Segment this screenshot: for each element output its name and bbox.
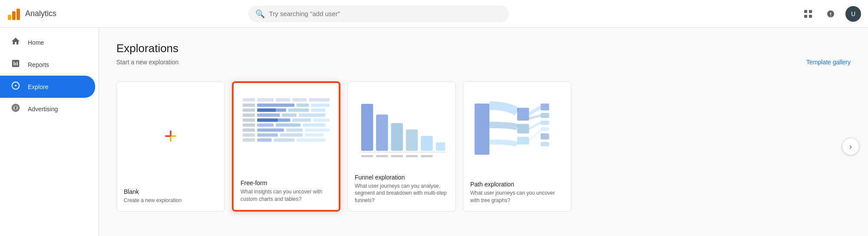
sidebar-item-explore-label: Explore: [28, 83, 48, 90]
blank-card[interactable]: + Blank Create a new exploration: [116, 81, 225, 212]
svg-rect-0: [8, 15, 11, 20]
plus-icon: +: [164, 125, 177, 147]
svg-rect-24: [257, 113, 280, 117]
svg-rect-58: [406, 155, 418, 157]
svg-line-71: [529, 115, 541, 118]
next-button[interactable]: ›: [842, 138, 859, 155]
blank-card-desc: Create a new exploration: [124, 197, 218, 204]
svg-rect-66: [541, 120, 549, 125]
search-bar[interactable]: 🔍: [248, 6, 509, 22]
svg-line-73: [529, 130, 541, 141]
svg-rect-42: [280, 133, 303, 137]
svg-rect-63: [517, 137, 529, 145]
sidebar-item-reports[interactable]: Reports: [0, 53, 95, 76]
svg-rect-69: [541, 142, 549, 146]
svg-rect-33: [257, 123, 274, 127]
svg-rect-3: [804, 10, 807, 13]
svg-rect-46: [274, 138, 294, 142]
page-title: Explorations: [116, 42, 851, 55]
sidebar-item-explore[interactable]: Explore: [0, 76, 95, 98]
svg-rect-36: [243, 128, 255, 132]
svg-rect-35: [303, 123, 326, 127]
path-card-name: Path exploration: [470, 181, 564, 188]
sidebar-item-home-label: Home: [28, 39, 44, 46]
svg-rect-16: [297, 103, 309, 107]
main-content: Explorations Start a new exploration Tem…: [99, 28, 868, 236]
funnel-card[interactable]: Funnel exploration What user journeys ca…: [347, 81, 456, 212]
sidebar: Home Reports Explore Advertising: [0, 28, 99, 236]
freeform-card-thumbnail: [241, 90, 332, 174]
freeform-card-desc: What insights can you uncover with custo…: [241, 188, 332, 203]
svg-rect-43: [305, 133, 323, 137]
svg-rect-59: [421, 155, 432, 157]
funnel-chart-svg: [355, 90, 449, 166]
svg-rect-30: [292, 118, 311, 122]
svg-rect-18: [243, 108, 255, 112]
logo-area: Analytics: [7, 7, 102, 21]
grid-icon: [804, 10, 812, 18]
svg-rect-55: [361, 155, 373, 157]
path-card-desc: What user journeys can you uncover with …: [470, 189, 564, 204]
svg-rect-15: [257, 103, 294, 107]
template-gallery-link[interactable]: Template gallery: [806, 59, 851, 66]
svg-rect-61: [517, 108, 529, 120]
svg-rect-48: [361, 104, 373, 151]
svg-rect-27: [243, 118, 255, 122]
svg-rect-56: [376, 155, 388, 157]
funnel-card-thumbnail: [355, 89, 449, 169]
explore-icon: [10, 81, 21, 93]
svg-rect-6: [809, 15, 812, 18]
svg-rect-29: [257, 118, 278, 122]
svg-rect-40: [243, 133, 255, 137]
section-header: Start a new exploration Template gallery: [116, 59, 851, 74]
path-card[interactable]: Path exploration What user journeys can …: [463, 81, 571, 212]
svg-rect-67: [541, 127, 549, 131]
svg-rect-1: [12, 11, 16, 20]
blank-card-name: Blank: [124, 188, 218, 195]
svg-rect-34: [276, 123, 300, 127]
app-header: Analytics 🔍 U: [0, 0, 868, 28]
svg-rect-45: [257, 138, 271, 142]
sidebar-item-advertising[interactable]: Advertising: [0, 98, 95, 120]
svg-rect-31: [313, 118, 330, 122]
svg-rect-2: [17, 9, 20, 20]
svg-rect-41: [257, 133, 278, 137]
svg-rect-14: [243, 103, 255, 107]
svg-rect-44: [243, 138, 255, 142]
svg-rect-26: [299, 113, 326, 117]
path-chart-svg: [470, 94, 564, 170]
svg-rect-20: [257, 108, 276, 112]
header-actions: U: [800, 6, 861, 22]
svg-rect-23: [243, 113, 255, 117]
svg-rect-22: [311, 108, 325, 112]
help-icon: [826, 10, 835, 18]
sidebar-item-advertising-label: Advertising: [28, 106, 58, 113]
svg-rect-39: [305, 128, 330, 132]
app-title: Analytics: [25, 9, 56, 18]
svg-rect-4: [809, 10, 812, 13]
sidebar-item-home[interactable]: Home: [0, 31, 95, 53]
svg-rect-60: [475, 103, 489, 155]
svg-rect-47: [297, 138, 326, 142]
sidebar-item-reports-label: Reports: [28, 61, 49, 68]
svg-line-72: [529, 123, 541, 129]
home-icon: [10, 37, 21, 48]
svg-rect-38: [286, 128, 303, 132]
svg-rect-51: [406, 130, 418, 151]
search-input[interactable]: [269, 10, 502, 17]
svg-rect-17: [311, 103, 330, 107]
grid-icon-button[interactable]: [800, 6, 816, 22]
svg-rect-53: [436, 143, 446, 151]
user-avatar[interactable]: U: [845, 6, 861, 22]
freeform-card-name: Free-form: [241, 179, 332, 186]
main-layout: Home Reports Explore Advertising Explora…: [0, 28, 868, 236]
svg-rect-13: [309, 98, 330, 101]
svg-rect-37: [257, 128, 284, 132]
help-icon-button[interactable]: [823, 6, 838, 22]
svg-rect-52: [421, 136, 432, 151]
svg-rect-62: [517, 124, 529, 133]
path-card-thumbnail: [470, 89, 564, 176]
advertising-icon: [10, 103, 21, 115]
funnel-card-name: Funnel exploration: [355, 174, 449, 181]
freeform-card[interactable]: Free-form What insights can you uncover …: [232, 81, 340, 212]
